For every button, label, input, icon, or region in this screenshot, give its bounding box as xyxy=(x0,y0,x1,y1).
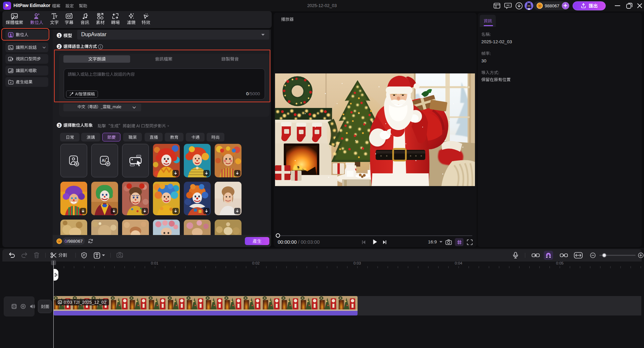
svg-text:W: W xyxy=(539,5,541,7)
svg-text:Ai: Ai xyxy=(102,158,106,163)
svg-text:W: W xyxy=(58,240,60,242)
